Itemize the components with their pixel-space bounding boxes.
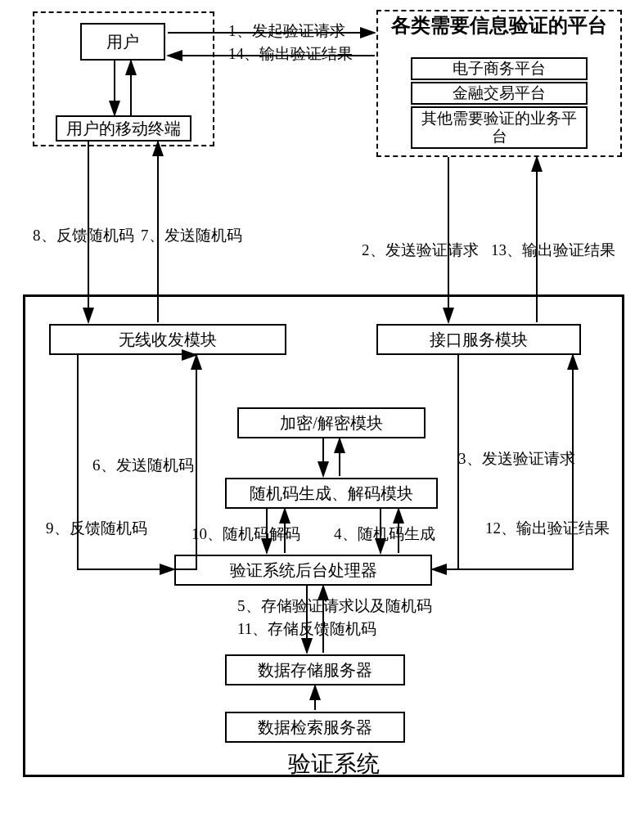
mobile-box: 用户的移动终端 xyxy=(56,115,191,142)
backend-box: 验证系统后台处理器 xyxy=(174,555,432,586)
interface-box: 接口服务模块 xyxy=(376,324,581,355)
platform3-box: 其他需要验证的业务平台 xyxy=(411,106,588,149)
e6-label: 6、发送随机码 xyxy=(92,455,194,476)
wireless-box: 无线收发模块 xyxy=(49,324,286,355)
platform1-label: 电子商务平台 xyxy=(453,58,546,79)
e2-label: 2、发送验证请求 xyxy=(362,240,479,261)
e8-label: 8、反馈随机码 xyxy=(33,225,134,246)
randgen-label: 随机码生成、解码模块 xyxy=(250,483,413,505)
crypt-box: 加密/解密模块 xyxy=(237,407,426,438)
user-box: 用户 xyxy=(80,23,165,61)
e14-label: 14、输出验证结果 xyxy=(228,43,353,65)
e12-label: 12、输出验证结果 xyxy=(485,518,610,539)
backend-label: 验证系统后台处理器 xyxy=(230,560,377,582)
retrieval-label: 数据检索服务器 xyxy=(258,717,372,739)
platform3-label: 其他需要验证的业务平台 xyxy=(417,110,581,146)
e10-label: 10、随机码解码 xyxy=(191,524,300,545)
e3-label: 3、发送验证请求 xyxy=(458,448,575,470)
crypt-label: 加密/解密模块 xyxy=(280,412,383,434)
platform1-box: 电子商务平台 xyxy=(411,57,588,80)
wireless-label: 无线收发模块 xyxy=(119,329,217,351)
e5-label: 5、存储验证请求以及随机码 xyxy=(237,596,432,617)
platform2-label: 金融交易平台 xyxy=(453,83,546,104)
user-label: 用户 xyxy=(106,31,139,53)
e9-label: 9、反馈随机码 xyxy=(46,518,147,539)
system-label: 验证系统 xyxy=(288,748,380,780)
e13-label: 13、输出验证结果 xyxy=(491,240,615,261)
platform-group-label: 各类需要信息验证的平台 xyxy=(378,15,620,36)
e1-label: 1、发起验证请求 xyxy=(228,20,345,42)
storage-box: 数据存储服务器 xyxy=(225,654,405,685)
platform2-box: 金融交易平台 xyxy=(411,82,588,105)
e4-label: 4、随机码生成 xyxy=(334,524,435,545)
randgen-box: 随机码生成、解码模块 xyxy=(225,478,438,509)
e11-label: 11、存储反馈随机码 xyxy=(237,618,376,640)
e7-label: 7、发送随机码 xyxy=(141,225,242,246)
interface-label: 接口服务模块 xyxy=(430,329,528,351)
mobile-label: 用户的移动终端 xyxy=(66,118,181,140)
storage-label: 数据存储服务器 xyxy=(258,659,372,681)
retrieval-box: 数据检索服务器 xyxy=(225,712,405,743)
